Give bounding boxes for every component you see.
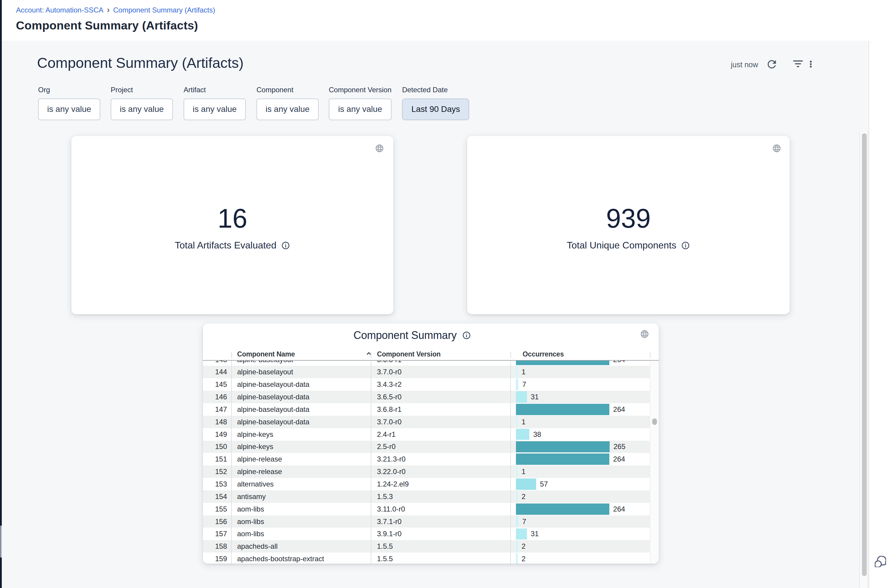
breadcrumb-chevron-icon: › — [107, 5, 109, 15]
table-row[interactable]: 151alpine-release3.21.3-r0264 — [203, 453, 650, 465]
cell-component-version: 3.7.0-r0 — [377, 418, 402, 426]
sort-ascending-icon[interactable] — [367, 352, 371, 355]
breadcrumb-page-link[interactable]: Component Summary (Artifacts) — [113, 6, 215, 14]
occurrences-bar[interactable] — [516, 404, 609, 415]
table-row[interactable]: 157aom-libs3.9.1-r031 — [203, 528, 650, 540]
table-scrollbar-track[interactable] — [650, 361, 659, 564]
tile-visibility-globe-icon[interactable] — [375, 144, 384, 153]
refresh-icon[interactable] — [766, 58, 778, 70]
occurrences-bar[interactable] — [516, 491, 518, 502]
cell-component-name: alpine-release — [237, 455, 282, 464]
cell-component-name: alternatives — [237, 480, 274, 488]
row-number: 144 — [203, 368, 227, 376]
cell-component-name: alpine-release — [237, 468, 282, 476]
occurrences-bar[interactable] — [516, 441, 610, 453]
occurrences-bar[interactable] — [516, 466, 518, 477]
table-row[interactable]: 158apacheds-all1.5.52 — [203, 540, 650, 553]
occurrences-bar[interactable] — [516, 528, 527, 540]
right-gutter — [868, 41, 892, 588]
occurrences-bar[interactable] — [516, 478, 536, 490]
info-icon[interactable] — [462, 331, 471, 340]
row-number: 158 — [203, 542, 227, 550]
chat-help-icon[interactable] — [875, 556, 886, 567]
occurrences-bar[interactable] — [516, 366, 518, 378]
occurrences-bar[interactable] — [516, 541, 518, 552]
table-row[interactable]: 152alpine-release3.22.0-r01 — [203, 465, 650, 478]
cell-component-name: alpine-baselayout-data — [237, 393, 309, 401]
filter-value-org[interactable]: is any value — [38, 99, 100, 120]
table-scrollbar-thumb[interactable] — [652, 418, 657, 425]
side-nav-scrollbar-thumb[interactable] — [0, 525, 2, 558]
table-row[interactable]: 159apacheds-bootstrap-extract1.5.52 — [203, 553, 650, 564]
cell-component-name: alpine-keys — [237, 442, 273, 451]
occurrences-value: 1 — [522, 368, 525, 376]
filter-label-detected-date: Detected Date — [402, 86, 447, 94]
column-header-occurrences[interactable]: Occurrences — [523, 348, 564, 360]
page-scrollbar-thumb[interactable] — [862, 133, 867, 576]
header-separator — [650, 352, 651, 358]
occurrences-bar[interactable] — [516, 504, 609, 515]
filter-value-detected-date[interactable]: Last 90 Days — [402, 99, 469, 120]
column-header-component-name[interactable]: Component Name — [237, 348, 295, 360]
tile-visibility-globe-icon[interactable] — [640, 329, 649, 339]
dashboard-filter-icon[interactable] — [793, 60, 803, 68]
table-row[interactable]: 155aom-libs3.11.0-r0264 — [203, 503, 650, 515]
column-header-component-version[interactable]: Component Version — [377, 348, 441, 360]
column-separator — [510, 361, 511, 564]
occurrences-value: 264 — [613, 455, 625, 464]
cell-component-name: alpine-baselayout — [237, 368, 293, 376]
occurrences-bar[interactable] — [516, 391, 527, 403]
table-row[interactable]: 146alpine-baselayout-data3.6.5-r031 — [203, 391, 650, 403]
column-separator — [231, 361, 232, 564]
filter-label-component: Component — [256, 86, 293, 94]
occurrences-bar[interactable] — [516, 453, 609, 465]
table-row[interactable]: 156aom-libs3.7.1-r07 — [203, 515, 650, 528]
table-row[interactable]: 153alternatives1.24-2.el957 — [203, 478, 650, 490]
breadcrumb: Account: Automation-SSCA › Component Sum… — [16, 5, 215, 15]
occurrences-bar[interactable] — [516, 429, 529, 440]
breadcrumb-account-link[interactable]: Account: Automation-SSCA — [16, 6, 103, 14]
table-row[interactable]: 150alpine-keys2.5-r0265 — [203, 441, 650, 453]
table-row[interactable]: 147alpine-baselayout-data3.6.8-r1264 — [203, 403, 650, 416]
occurrences-bar[interactable] — [516, 416, 518, 428]
kpi-value-total-artifacts: 16 — [71, 203, 393, 234]
info-icon[interactable] — [681, 241, 690, 250]
occurrences-bar[interactable] — [516, 361, 609, 365]
tile-visibility-globe-icon[interactable] — [772, 144, 781, 153]
row-number: 159 — [203, 555, 227, 563]
table-row[interactable]: 149alpine-keys2.4-r138 — [203, 428, 650, 441]
filter-label-component-version: Component Version — [329, 86, 391, 94]
filter-value-artifact[interactable]: is any value — [184, 99, 246, 120]
filter-value-component[interactable]: is any value — [256, 99, 319, 120]
occurrences-bar[interactable] — [516, 516, 518, 527]
table-row[interactable]: 148alpine-baselayout-data3.7.0-r01 — [203, 416, 650, 428]
kebab-menu-icon[interactable] — [810, 61, 812, 68]
filter-value-project[interactable]: is any value — [111, 99, 173, 120]
row-number: 145 — [203, 380, 227, 388]
cell-component-name: aom-libs — [237, 530, 264, 538]
cell-component-version: 1.5.5 — [377, 555, 393, 563]
occurrences-bar[interactable] — [516, 379, 518, 390]
table-row[interactable]: 143alpine-baselayout3.6.8-r1264 — [203, 361, 650, 366]
cell-component-name: alpine-baselayout-data — [237, 380, 309, 388]
cell-component-name: alpine-baselayout-data — [237, 418, 309, 426]
row-number: 150 — [203, 442, 227, 451]
page-scrollbar-track[interactable] — [859, 132, 868, 588]
occurrences-value: 265 — [613, 442, 625, 451]
occurrences-bar[interactable] — [516, 553, 518, 564]
refreshed-status: just now — [687, 60, 758, 69]
filter-value-component-version[interactable]: is any value — [329, 99, 391, 120]
occurrences-value: 2 — [522, 555, 525, 563]
cell-component-version: 3.9.1-r0 — [377, 530, 402, 538]
table-row[interactable]: 154antisamy1.5.32 — [203, 490, 650, 503]
table-row[interactable]: 145alpine-baselayout-data3.4.3-r27 — [203, 378, 650, 391]
cell-component-name: alpine-baselayout — [237, 361, 293, 364]
table-row[interactable]: 144alpine-baselayout3.7.0-r01 — [203, 366, 650, 378]
cell-component-version: 2.5-r0 — [377, 442, 396, 451]
table-title: Component Summary — [354, 329, 457, 342]
cell-component-name: aom-libs — [237, 518, 264, 526]
tile-total-unique-components: 939 Total Unique Components — [467, 136, 790, 314]
occurrences-value: 38 — [533, 430, 541, 439]
occurrences-value: 7 — [522, 518, 526, 526]
info-icon[interactable] — [281, 241, 290, 250]
